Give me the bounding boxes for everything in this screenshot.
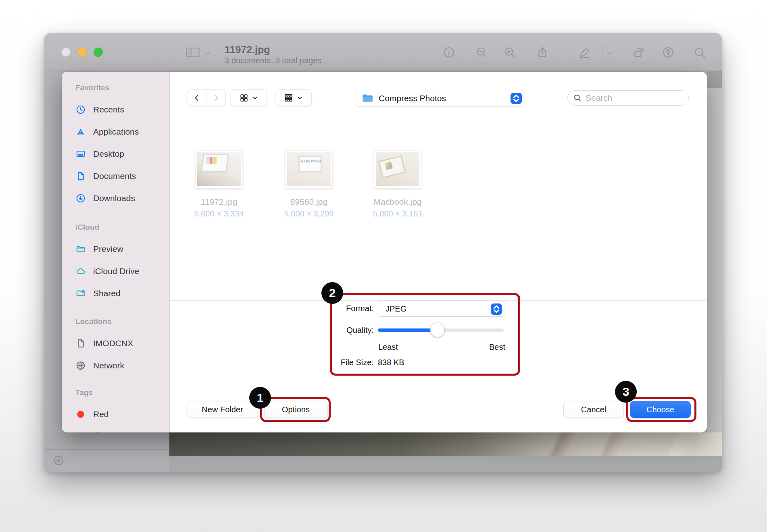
sidebar-section-title: Favorites: [75, 82, 170, 94]
info-icon[interactable]: [442, 46, 455, 59]
sidebar-item-label: Shared: [93, 289, 121, 298]
sidebar-item-label: IMODCNX: [93, 339, 133, 348]
sidebar-item-สีแดง[interactable]: สีแดง: [62, 425, 170, 432]
file-item-11972.jpg[interactable]: 11972.jpg5,000 × 3,334: [185, 150, 253, 218]
sidebar-item-desktop[interactable]: Desktop: [62, 143, 170, 165]
folder-icon: [75, 244, 86, 254]
file-name: 11972.jpg: [185, 197, 253, 207]
markup-pen-icon[interactable]: [578, 46, 591, 59]
sidebar-section-title: Tags: [75, 387, 170, 398]
sidebar-item-icloud-drive[interactable]: iCloud Drive: [62, 260, 170, 282]
sidebar-section-tags: TagsRedสีแดง: [62, 387, 170, 432]
file-dimensions: 5,000 × 3,299: [275, 209, 343, 218]
file-size-value: 838 KB: [378, 358, 404, 367]
view-grid-button[interactable]: [231, 89, 267, 106]
sidebar-item-preview[interactable]: Preview: [62, 238, 170, 260]
quality-slider[interactable]: [378, 328, 504, 332]
tag-dot-icon: [75, 431, 86, 433]
dialog-sidebar: FavoritesRecentsApplicationsDesktopDocum…: [62, 72, 170, 432]
format-select[interactable]: JPEG: [378, 301, 505, 317]
search-icon[interactable]: [693, 46, 706, 59]
sidebar-item-label: Recents: [93, 105, 124, 114]
history-nav: [187, 89, 226, 106]
file-size-label: File Size:: [304, 358, 374, 367]
format-stepper-icon[interactable]: [491, 303, 502, 315]
appstore-icon: [75, 127, 86, 137]
sidebar-item-label: Red: [93, 409, 109, 419]
back-button[interactable]: [187, 90, 206, 106]
zoom-in-icon[interactable]: [503, 46, 516, 59]
format-label: Format:: [304, 304, 374, 313]
sidebar-item-imodcnx[interactable]: IMODCNX: [62, 332, 170, 354]
zoom-out-icon[interactable]: [475, 46, 488, 59]
folder-select[interactable]: Compress Photos: [355, 90, 525, 106]
share-icon[interactable]: [536, 46, 549, 59]
quality-max-label: Best: [477, 343, 505, 352]
sidebar-item-label: Preview: [93, 244, 123, 254]
window-titlebar: 11972.jpg 3 documents, 3 total pages: [44, 33, 722, 71]
close-button[interactable]: [61, 48, 71, 57]
folder-icon: [362, 94, 373, 103]
background-photo: [169, 432, 722, 456]
sidebar-section-icloud: iCloudPreviewiCloud DriveShared: [62, 222, 170, 304]
sidebar-item-downloads[interactable]: Downloads: [62, 187, 170, 209]
forward-button[interactable]: [206, 90, 225, 106]
download-icon: [75, 193, 86, 204]
tag-dot-icon: [75, 409, 86, 420]
file-name: Macbook.jpg: [363, 197, 432, 207]
sidebar-item-documents[interactable]: Documents: [62, 165, 170, 187]
window-title: 11972.jpg: [225, 44, 270, 56]
window-right-strip: [707, 71, 722, 433]
clock-icon: [75, 104, 86, 115]
search-icon: [573, 94, 582, 102]
search-field[interactable]: [567, 90, 689, 106]
options-button[interactable]: Options: [264, 401, 327, 418]
annotate-icon[interactable]: [662, 46, 675, 59]
sidebar-item-network[interactable]: Network: [62, 354, 170, 376]
sidebar-item-applications[interactable]: Applications: [62, 121, 170, 143]
bottom-panel-divider: [44, 449, 169, 450]
zoom-button[interactable]: [94, 48, 103, 57]
cancel-button[interactable]: Cancel: [563, 401, 624, 418]
sidebar-section-title: iCloud: [75, 222, 170, 233]
sidebar-item-label: Applications: [93, 127, 139, 137]
view-group-button[interactable]: [275, 89, 312, 106]
globe-icon: [75, 360, 86, 371]
file-item-macbook.jpg[interactable]: Macbook.jpg5,000 × 3,151: [363, 150, 432, 218]
minimize-button[interactable]: [77, 48, 87, 57]
document-icon: [75, 338, 86, 349]
sidebar-item-label: สีแดง: [93, 430, 113, 432]
add-tag-icon[interactable]: [53, 455, 64, 466]
window-bottom-bar: [169, 456, 722, 472]
quality-slider-fill: [378, 328, 437, 332]
search-input[interactable]: [586, 93, 678, 103]
shared-folder-icon: [75, 288, 86, 299]
quality-slider-knob[interactable]: [430, 323, 444, 337]
file-dimensions: 5,000 × 3,151: [363, 209, 432, 218]
file-thumbnail: [195, 150, 243, 188]
folder-stepper-icon[interactable]: [511, 93, 522, 104]
sidebar-item-label: Documents: [93, 171, 136, 181]
quality-min-label: Least: [378, 343, 398, 352]
file-item-89560.jpg[interactable]: 89560.jpg5,000 × 3,299: [275, 150, 343, 218]
rotate-icon[interactable]: [633, 46, 646, 59]
file-dimensions: 5,000 × 3,334: [185, 209, 253, 218]
format-value: JPEG: [386, 304, 406, 314]
sidebar-toggle-icon[interactable]: [185, 46, 200, 59]
window-subtitle: 3 documents, 3 total pages: [225, 56, 321, 65]
cloud-icon: [75, 266, 86, 276]
sidebar-section-locations: LocationsIMODCNXNetwork: [62, 316, 170, 376]
sidebar-item-shared[interactable]: Shared: [62, 282, 170, 304]
file-thumbnail: [285, 150, 333, 188]
new-folder-button[interactable]: New Folder: [187, 401, 258, 418]
sidebar-section-title: Locations: [75, 316, 170, 327]
sidebar-item-recents[interactable]: Recents: [62, 98, 170, 121]
chevron-down-icon[interactable]: [606, 49, 614, 57]
sidebar-section-favorites: FavoritesRecentsApplicationsDesktopDocum…: [62, 82, 170, 209]
desktop-icon: [75, 149, 86, 159]
sidebar-item-red[interactable]: Red: [62, 403, 170, 425]
window-left-strip: [44, 71, 62, 433]
sidebar-chevron-icon[interactable]: [204, 49, 212, 57]
choose-button[interactable]: Choose: [630, 401, 691, 418]
save-dialog: FavoritesRecentsApplicationsDesktopDocum…: [62, 72, 707, 432]
